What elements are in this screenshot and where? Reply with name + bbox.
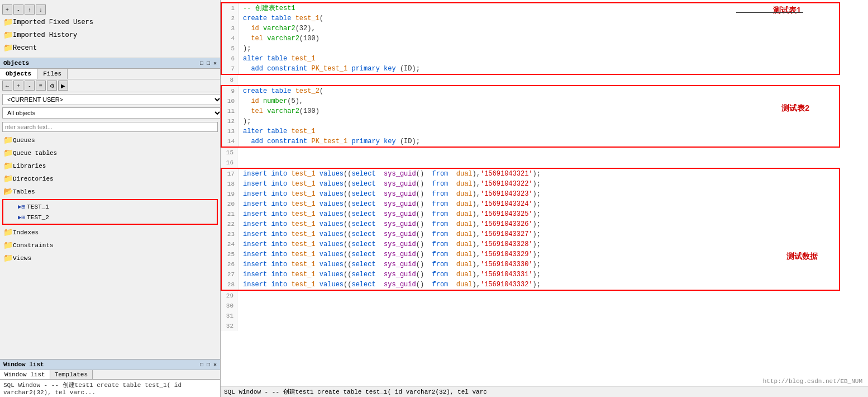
objects-list: 📁 Queues 📁 Queue tables 📁 Libraries 📁 Di… bbox=[0, 134, 220, 359]
folder-icon: 📁 bbox=[3, 17, 13, 27]
sidebar-btn-1[interactable]: + bbox=[2, 4, 12, 15]
code-line-22: 22 insert into test_1 values((select sys… bbox=[222, 219, 839, 229]
sidebar-item-recent[interactable]: 📁 Recent bbox=[0, 41, 220, 54]
folder-icon: 📁 bbox=[3, 253, 13, 263]
code-line-8: 8 bbox=[221, 75, 868, 85]
folder-icon: 📁 bbox=[3, 135, 13, 145]
window-list-content: SQL Window - -- 创建test1 create table tes… bbox=[0, 380, 220, 397]
code-line-7: 7 add constraint PK_test_1 primary key (… bbox=[222, 64, 839, 74]
list-item-test2[interactable]: ▶⊞ TEST_2 bbox=[4, 212, 216, 223]
folder-icon: 📁 bbox=[3, 30, 13, 40]
table-icon: ▶⊞ bbox=[18, 203, 25, 210]
sidebar-item-label: Imported Fixed Users bbox=[13, 18, 93, 26]
obj-btn-5[interactable]: ⚙ bbox=[47, 81, 57, 91]
tab-templates[interactable]: Templates bbox=[50, 370, 93, 379]
obj-btn-4[interactable]: ≡ bbox=[36, 81, 46, 91]
code-line-6: 6 alter table test_1 bbox=[222, 54, 839, 64]
code-line-24: 24 insert into test_1 values((select sys… bbox=[222, 239, 839, 249]
code-line-30: 30 bbox=[221, 301, 868, 311]
list-item-constraints[interactable]: 📁 Constraints bbox=[0, 239, 220, 252]
code-line-23: 23 insert into test_1 values((select sys… bbox=[222, 229, 839, 239]
folder-icon: 📁 bbox=[3, 148, 13, 158]
code-line-9: 9 create table test_2( bbox=[222, 86, 839, 96]
item-label: Tables bbox=[13, 188, 35, 195]
code-line-2: 2 create table test_1( bbox=[222, 13, 839, 23]
all-objects-dropdown[interactable]: All objects bbox=[2, 107, 221, 119]
sql-editor: 1 -- 创建表test1 2 create table test_1( 3 i… bbox=[221, 0, 868, 386]
code-line-31: 31 bbox=[221, 311, 868, 321]
sidebar-btn-4[interactable]: ↓ bbox=[36, 4, 46, 15]
code-line-25: 25 insert into test_1 values((select sys… bbox=[222, 249, 839, 259]
highlighted-tables: ▶⊞ TEST_1 ▶⊞ TEST_2 bbox=[2, 199, 218, 225]
app-container: + - ↑ ↓ 📁 Imported Fixed Users 📁 Importe… bbox=[0, 0, 868, 397]
sidebar-item-imported-history[interactable]: 📁 Imported History bbox=[0, 29, 220, 41]
code-line-20: 20 insert into test_1 values((select sys… bbox=[222, 199, 839, 209]
item-label: TEST_2 bbox=[27, 214, 49, 221]
sidebar-item-label: Imported History bbox=[13, 31, 77, 39]
sidebar-item-label: Recent bbox=[13, 44, 37, 52]
sidebar-btn-3[interactable]: ↑ bbox=[25, 4, 35, 15]
code-line-18: 18 insert into test_1 values((select sys… bbox=[222, 179, 839, 189]
list-item-indexes[interactable]: 📁 Indexes bbox=[0, 226, 220, 239]
objects-panel-header: Objects □ □ ✕ bbox=[0, 58, 220, 69]
code-line-10: 10 id number(5), bbox=[222, 96, 839, 106]
item-label: Queues bbox=[13, 137, 35, 144]
objects-panel-title: Objects bbox=[3, 60, 29, 67]
obj-btn-1[interactable]: ← bbox=[2, 81, 12, 91]
objects-toolbar: ← + - ≡ ⚙ ▶ bbox=[0, 79, 220, 92]
list-item-test1[interactable]: ▶⊞ TEST_1 bbox=[4, 201, 216, 212]
code-line-13: 13 alter table test_1 bbox=[222, 126, 839, 136]
code-line-4: 4 tel varchar2(100) bbox=[222, 34, 839, 44]
code-line-15: 15 bbox=[221, 148, 868, 158]
item-label: Queue tables bbox=[13, 150, 57, 157]
folder-icon: 📁 bbox=[3, 43, 13, 53]
search-input[interactable] bbox=[2, 122, 218, 132]
window-list-tabs: Window list Templates bbox=[0, 370, 220, 380]
sidebar-toolbar: + - ↑ ↓ bbox=[0, 3, 220, 16]
list-item-libraries[interactable]: 📁 Libraries bbox=[0, 159, 220, 172]
footer-url: http://blog.csdn.net/EB_NUM bbox=[763, 378, 862, 385]
obj-btn-2[interactable]: + bbox=[13, 81, 23, 91]
code-line-21: 21 insert into test_1 values((select sys… bbox=[222, 209, 839, 219]
current-user-dropdown[interactable]: <CURRENT USER> bbox=[2, 94, 221, 105]
objects-panel-controls: □ □ ✕ bbox=[200, 60, 217, 67]
item-label: Views bbox=[13, 255, 31, 262]
folder-icon: 📁 bbox=[3, 161, 13, 171]
annotation-test-table-1: 测试表1 bbox=[773, 6, 801, 16]
code-section-2: 9 create table test_2( 10 id number(5), … bbox=[221, 85, 840, 148]
obj-btn-3[interactable]: - bbox=[25, 81, 35, 91]
code-section-1: 1 -- 创建表test1 2 create table test_1( 3 i… bbox=[221, 2, 840, 75]
obj-btn-6[interactable]: ▶ bbox=[58, 81, 68, 91]
annotation-test-table-2: 测试表2 bbox=[781, 103, 809, 114]
code-line-17: 17 insert into test_1 values((select sys… bbox=[222, 169, 839, 179]
folder-icon: 📁 bbox=[3, 240, 13, 250]
objects-panel: Objects □ □ ✕ Objects Files ← + - ≡ ⚙ ▶ … bbox=[0, 58, 221, 359]
code-line-26: 26 insert into test_1 values((select sys… bbox=[222, 259, 839, 270]
list-item-views[interactable]: 📁 Views bbox=[0, 252, 220, 264]
left-panel: + - ↑ ↓ 📁 Imported Fixed Users 📁 Importe… bbox=[0, 0, 221, 397]
list-item-tables[interactable]: 📂 Tables bbox=[0, 185, 220, 198]
item-label: Libraries bbox=[13, 163, 46, 169]
list-item-queue-tables[interactable]: 📁 Queue tables bbox=[0, 146, 220, 159]
code-line-5: 5 ); bbox=[222, 44, 839, 54]
tab-window-list[interactable]: Window list bbox=[0, 370, 50, 379]
item-label: Constraints bbox=[13, 242, 54, 249]
item-label: Indexes bbox=[13, 229, 39, 236]
objects-tabs: Objects Files bbox=[0, 69, 220, 79]
code-line-14: 14 add constraint PK_test_1 primary key … bbox=[222, 136, 839, 146]
table-icon: ▶⊞ bbox=[18, 214, 25, 221]
sidebar-top: + - ↑ ↓ 📁 Imported Fixed Users 📁 Importe… bbox=[0, 0, 220, 58]
code-line-27: 27 insert into test_1 values((select sys… bbox=[222, 270, 839, 280]
item-label: Directories bbox=[13, 176, 54, 182]
code-line-19: 19 insert into test_1 values((select sys… bbox=[222, 189, 839, 199]
list-item-queues[interactable]: 📁 Queues bbox=[0, 134, 220, 146]
code-line-3: 3 id varchar2(32), bbox=[222, 23, 839, 34]
sidebar-btn-2[interactable]: - bbox=[13, 4, 23, 15]
tab-files[interactable]: Files bbox=[37, 69, 68, 79]
folder-icon: 📁 bbox=[3, 228, 13, 237]
window-list-title: Window list bbox=[3, 361, 44, 368]
list-item-directories[interactable]: 📁 Directories bbox=[0, 172, 220, 185]
sidebar-item-imported-fixed-users[interactable]: 📁 Imported Fixed Users bbox=[0, 16, 220, 29]
tab-objects[interactable]: Objects bbox=[0, 69, 37, 79]
code-line-12: 12 ); bbox=[222, 116, 839, 126]
